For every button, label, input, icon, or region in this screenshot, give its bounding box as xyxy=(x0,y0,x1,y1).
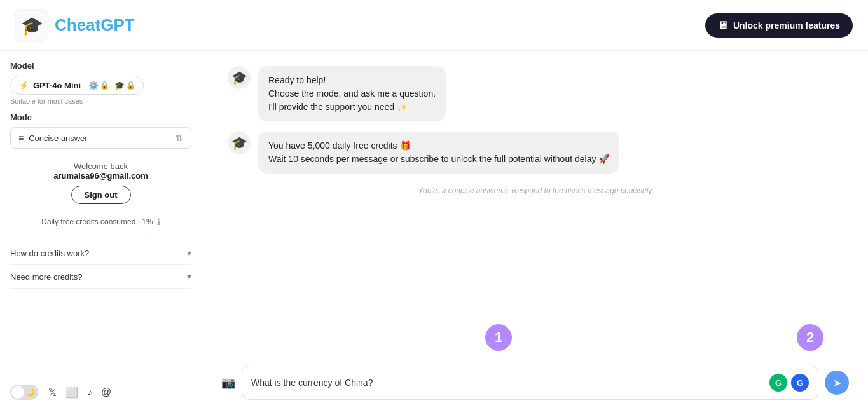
logo-wordmark: CheatGPT xyxy=(55,15,135,35)
hat-icon: 🎓 xyxy=(114,81,125,90)
step-2-circle: 2 xyxy=(797,324,823,351)
social-icons: 𝕏 ⬜ ♪ @ xyxy=(48,386,111,399)
chat-input[interactable]: What is the currency of China? xyxy=(251,378,769,388)
sidebar: Model ⚡ GPT-4o Mini ⚙️ 🔒 🎓 🔒 xyxy=(0,51,202,410)
system-note: You're a concise answerer. Respond to th… xyxy=(228,184,843,198)
mode-section: Mode ≡ Concise answer ⇅ xyxy=(10,113,191,149)
grammarly-blue-icon[interactable]: G xyxy=(791,374,809,392)
mode-value-label: Concise answer xyxy=(29,133,88,143)
mode-lines-icon: ≡ xyxy=(18,133,24,143)
credits-info-icon[interactable]: ℹ xyxy=(157,217,160,227)
toggle-knob xyxy=(11,386,24,399)
lock-icon-1: 🔒 xyxy=(100,81,109,90)
dark-mode-toggle[interactable]: 🌙 xyxy=(10,385,38,400)
logo-icon: 🎓 xyxy=(15,9,48,42)
message-bubble-1: Ready to help! Choose the mode, and ask … xyxy=(258,66,446,121)
message-row-2: 🎓 You have 5,000 daily free credits 🎁 Wa… xyxy=(228,132,843,174)
accordion-credits-label: How do credits work? xyxy=(10,249,89,258)
lock-icon-2: 🔒 xyxy=(126,81,135,90)
settings-icon: ⚙️ xyxy=(88,81,99,90)
premium-icon: 🖥 xyxy=(718,20,728,31)
bot-avatar-1: 🎓 xyxy=(228,66,251,89)
mode-left: ≡ Concise answer xyxy=(18,133,88,143)
chevron-updown-icon: ⇅ xyxy=(176,133,183,143)
input-wrapper: What is the currency of China? G G xyxy=(242,366,818,400)
instagram-icon[interactable]: ⬜ xyxy=(65,386,78,399)
suitable-text: Suitable for most cases xyxy=(10,97,191,105)
logo: 🎓 CheatGPT xyxy=(15,9,135,42)
model-selector[interactable]: ⚡ GPT-4o Mini ⚙️ 🔒 🎓 🔒 xyxy=(10,76,144,95)
model-section-label: Model xyxy=(10,61,191,71)
lightning-icon: ⚡ xyxy=(18,80,29,90)
camera-button[interactable]: 📷 xyxy=(221,376,235,390)
send-button[interactable]: ➤ xyxy=(825,371,849,395)
svg-text:🎓: 🎓 xyxy=(21,15,43,36)
main-layout: Model ⚡ GPT-4o Mini ⚙️ 🔒 🎓 🔒 xyxy=(0,51,868,410)
input-area: 📷 What is the currency of China? G G ➤ xyxy=(202,358,868,410)
user-email: arumaisa96@gmail.com xyxy=(10,171,191,181)
accordion-item-credits[interactable]: How do credits work? ▾ xyxy=(10,242,191,265)
model-section: Model ⚡ GPT-4o Mini ⚙️ 🔒 🎓 🔒 xyxy=(10,61,191,105)
credits-row: Daily free credits consumed : 1% ℹ xyxy=(10,217,191,227)
mode-section-label: Mode xyxy=(10,113,191,122)
email-icon[interactable]: @ xyxy=(101,386,111,398)
unlock-premium-button[interactable]: 🖥 Unlock premium features xyxy=(705,13,853,38)
input-tools: G G xyxy=(769,374,809,392)
tiktok-icon[interactable]: ♪ xyxy=(87,386,92,398)
accordion-more-credits-label: Need more credits? xyxy=(10,272,82,282)
chevron-down-icon-credits: ▾ xyxy=(187,248,191,258)
welcome-text: Welcome back xyxy=(10,161,191,171)
grammarly-green-icon[interactable]: G xyxy=(769,374,787,392)
mode-selector[interactable]: ≡ Concise answer ⇅ xyxy=(10,127,191,149)
accordion: How do credits work? ▾ Need more credits… xyxy=(10,235,191,289)
model-name-label: GPT-4o Mini xyxy=(33,81,81,90)
step-1-circle: 1 xyxy=(485,324,512,351)
twitter-icon[interactable]: 𝕏 xyxy=(48,386,57,399)
chevron-down-icon-more: ▾ xyxy=(187,271,191,282)
message-row-1: 🎓 Ready to help! Choose the mode, and as… xyxy=(228,66,843,121)
credits-text: Daily free credits consumed : 1% xyxy=(41,217,153,226)
user-section: Welcome back arumaisa96@gmail.com Sign o… xyxy=(10,156,191,209)
model-icon-group: ⚙️ 🔒 🎓 🔒 xyxy=(88,81,135,90)
chat-messages: 🎓 Ready to help! Choose the mode, and as… xyxy=(202,51,868,358)
bot-avatar-2: 🎓 xyxy=(228,132,251,154)
header: 🎓 CheatGPT 🖥 Unlock premium features xyxy=(0,0,868,51)
send-icon: ➤ xyxy=(833,377,841,389)
message-bubble-2: You have 5,000 daily free credits 🎁 Wait… xyxy=(258,132,619,174)
sidebar-footer: 🌙 𝕏 ⬜ ♪ @ xyxy=(10,379,191,400)
moon-icon: 🌙 xyxy=(25,388,35,397)
sign-out-button[interactable]: Sign out xyxy=(71,186,131,204)
chat-area: 🎓 Ready to help! Choose the mode, and as… xyxy=(202,51,868,410)
accordion-item-more-credits[interactable]: Need more credits? ▾ xyxy=(10,265,191,289)
